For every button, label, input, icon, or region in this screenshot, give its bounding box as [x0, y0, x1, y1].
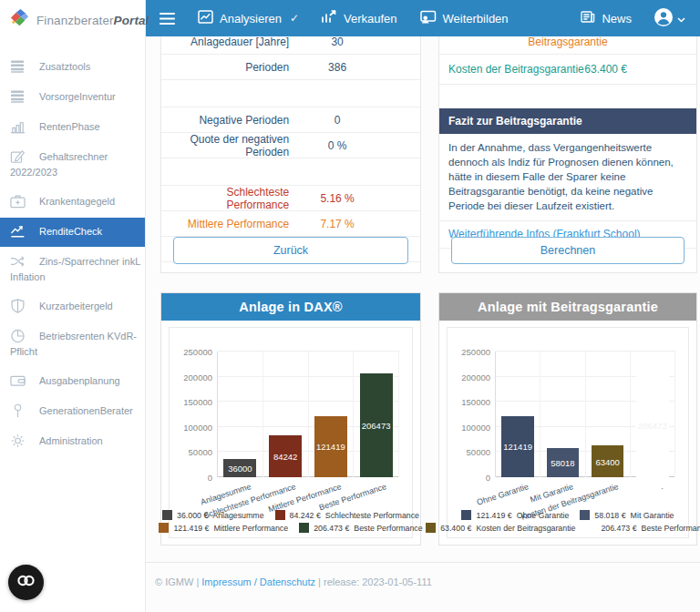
- brand-diamond-icon: [9, 8, 30, 33]
- legend-item: 58.018 €Mit Garantie: [580, 510, 674, 520]
- fazit-text: In der Annahme, dass Vergangenheitswerte…: [439, 134, 696, 221]
- hamburger-menu-button[interactable]: [159, 12, 176, 26]
- berechnen-button[interactable]: Berechnen: [451, 237, 685, 264]
- legend-value: 121.419 €: [476, 511, 511, 520]
- row-value: 30: [304, 36, 371, 48]
- y-axis-tick: 200000: [183, 372, 212, 382]
- sidebar-item-renditecheck[interactable]: RenditeCheck: [0, 218, 145, 247]
- legend-name: Beste Performance: [642, 524, 700, 533]
- legend-row: 121.419 €Ohne Garantie58.018 €Mit Garant…: [449, 510, 686, 520]
- sidebar-item-gehaltsrechner-2022-2023[interactable]: Gehaltsrechner 2022/2023: [0, 143, 145, 187]
- nav-label: Verkaufen: [344, 12, 397, 26]
- list-icon: [10, 89, 27, 106]
- table-row: Mittlere Performance7.17 %: [161, 211, 420, 237]
- legend-row: 63.400 €Kosten der Beitragsgarantie206.4…: [449, 523, 686, 533]
- chart-plot-area: 050000100000150000200000250000121419Ohne…: [447, 327, 689, 538]
- user-menu[interactable]: [654, 7, 685, 30]
- legend-value: 36.000 €: [177, 511, 208, 520]
- bar: 58018: [547, 448, 580, 477]
- zurueck-button[interactable]: Zurück: [173, 237, 408, 264]
- news-icon: [581, 11, 595, 26]
- y-axis-tick: 100000: [461, 422, 490, 432]
- bar-slot: 206473.: [631, 352, 675, 477]
- sidebar-item-betriebsrenten-kvdr-pflicht[interactable]: Betriebsrenten KVdR-Pflicht: [0, 322, 145, 366]
- chevron-down-icon: [677, 12, 685, 26]
- medical-case-icon: [10, 194, 27, 210]
- legend-row: 121.419 €Mittlere Performance206.473 €Be…: [171, 523, 410, 533]
- table-row: Schlechteste Performance5.16 %: [161, 186, 420, 211]
- sell-chart-icon: [321, 10, 337, 26]
- sidebar-item-ausgabenplanung[interactable]: Ausgabenplanung: [0, 367, 145, 396]
- row-label: Negative Perioden: [161, 114, 304, 127]
- analyze-chart-icon: [198, 10, 213, 26]
- sidebar-item-administration[interactable]: Administration: [0, 427, 145, 456]
- legend-swatch: [461, 510, 471, 520]
- bar: 206473: [360, 373, 393, 477]
- wallet-icon: [10, 373, 27, 390]
- edit-icon: [10, 149, 27, 166]
- sidebar-item-vorsorgeinventur[interactable]: VorsorgeInventur: [0, 83, 145, 112]
- chart-title-bar: Anlage in DAX®: [161, 293, 420, 321]
- chart-title-bar: Anlage mit Beitragsgarantie: [439, 293, 696, 321]
- nav-item-verkaufen[interactable]: Verkaufen: [321, 10, 397, 26]
- avatar-user-icon: [654, 7, 674, 30]
- sidebar-item-label: Administration: [39, 435, 103, 446]
- nav-label: News: [602, 12, 632, 26]
- chart-plot-area: 05000010000015000020000025000036000Anlag…: [169, 327, 413, 538]
- bars-container: 36000Anlagesumme84242Schlechteste Perfor…: [218, 352, 399, 477]
- sidebar-item-kurzarbeitergeld[interactable]: Kurzarbeitergeld: [0, 292, 145, 321]
- sidebar: FinanzberaterPortal ZusatztoolsVorsorgeI…: [0, 0, 146, 612]
- legend-value: 63.400 €: [440, 524, 471, 533]
- cookie-icon: [16, 574, 36, 591]
- row-value: 0 %: [304, 139, 371, 152]
- y-axis-tick: 100000: [183, 422, 212, 432]
- bar-slot: 58018Mit Garantie: [540, 352, 585, 477]
- y-axis-tick: 150000: [461, 397, 490, 407]
- brand-logo[interactable]: FinanzberaterPortal: [0, 0, 145, 40]
- nav-item-analysieren[interactable]: Analysieren ✓: [198, 10, 299, 26]
- y-axis-tick: 50000: [189, 447, 212, 457]
- bar: 36000: [223, 459, 256, 477]
- sidebar-item-label: Ausgabenplanung: [39, 375, 120, 386]
- bar-value-label: 36000: [228, 464, 252, 474]
- sidebar-item-zusatztools[interactable]: Zusatztools: [0, 53, 145, 82]
- legend-row: 36.000 €Anlagesumme84.242 €Schlechteste …: [171, 510, 410, 520]
- row-label: Mittlere Performance: [161, 218, 304, 230]
- sidebar-item-label: Zusatztools: [39, 61, 90, 72]
- y-axis-tick: 200000: [461, 372, 490, 382]
- nav-item-weiterbilden[interactable]: Weiterbilden: [419, 10, 509, 26]
- table-row: Anlagedauer [Jahre]30: [161, 36, 420, 55]
- plot-area: 05000010000015000020000025000036000Anlag…: [217, 352, 399, 477]
- table-spacer-row: [161, 80, 420, 107]
- bar-slot: 84242Schlechteste Performance: [263, 352, 309, 477]
- legend-swatch: [159, 523, 169, 533]
- row-label: Quote der negativen Perioden: [161, 133, 304, 158]
- top-navigation: Analysieren ✓ Verkaufen Weiterbilden: [146, 0, 700, 36]
- sidebar-item-generationenberater[interactable]: GenerationenBerater: [0, 397, 145, 426]
- sidebar-item-label: Zins-/Sparrechner inkL Inflation: [10, 256, 140, 282]
- x-axis-label: .: [659, 482, 664, 491]
- sidebar-item-rentenphase[interactable]: RentenPhase: [0, 113, 145, 142]
- row-value: 0: [304, 114, 371, 127]
- impressum-datenschutz-link[interactable]: Impressum / Datenschutz: [201, 576, 315, 587]
- fazit-header: Fazit zur Beitragsgarantie: [439, 108, 696, 134]
- bar: 206473: [636, 373, 669, 477]
- sidebar-item-krankentagegeld[interactable]: Krankentagegeld: [0, 188, 145, 217]
- guarantee-cost-row: Kosten der Beitragsgarantie 63.400 €: [439, 55, 696, 85]
- sidebar-item-zins-sparrechner-inkl-inflation[interactable]: Zins-/Sparrechner inkL Inflation: [0, 248, 145, 291]
- check-icon: ✓: [290, 12, 299, 25]
- bar: 63400: [592, 445, 624, 477]
- legend-swatch: [586, 523, 596, 533]
- legend-name: Beste Performance: [354, 524, 422, 533]
- row-label: Anlagedauer [Jahre]: [161, 36, 304, 48]
- presentation-icon: [419, 10, 437, 26]
- spacer: [439, 85, 696, 108]
- y-axis-tick: 50000: [467, 447, 490, 457]
- brand-name: FinanzberaterPortal: [36, 14, 149, 27]
- nav-item-news[interactable]: News: [581, 11, 632, 26]
- bar-slot: 121419Mittlere Performance: [309, 352, 355, 477]
- legend-item: 36.000 €Anlagesumme: [162, 510, 263, 520]
- cookie-consent-button[interactable]: [8, 565, 44, 600]
- bar-value-label: 206473: [638, 421, 667, 431]
- sidebar-item-label: RenditeCheck: [39, 226, 102, 237]
